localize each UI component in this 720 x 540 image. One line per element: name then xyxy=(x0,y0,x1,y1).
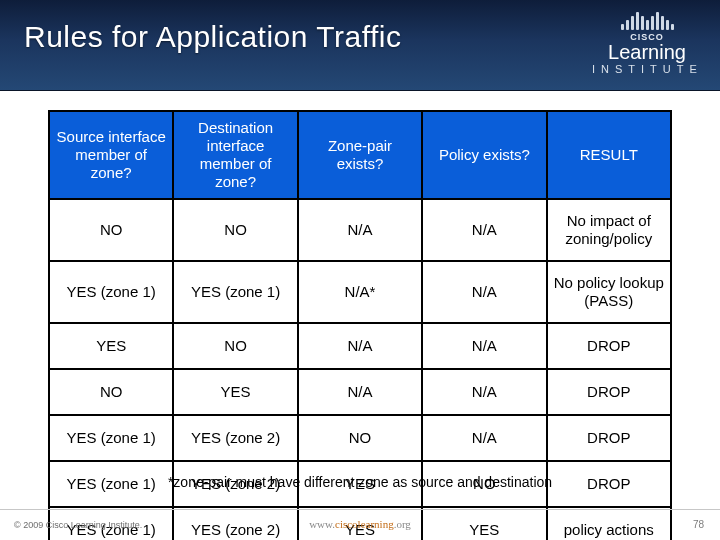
cell: YES (zone 1) xyxy=(49,415,173,461)
col-destination: Destination interface member of zone? xyxy=(173,111,297,199)
footer-divider xyxy=(0,509,720,510)
cell: NO xyxy=(298,415,422,461)
cell: N/A xyxy=(422,369,546,415)
cell: YES xyxy=(49,323,173,369)
url-prefix: www. xyxy=(309,518,335,530)
table-row: NO YES N/A N/A DROP xyxy=(49,369,671,415)
url-main: ciscolearning xyxy=(335,518,394,530)
table-row: YES (zone 1) YES (zone 2) NO N/A DROP xyxy=(49,415,671,461)
cell: NO xyxy=(173,323,297,369)
cisco-bars-icon xyxy=(592,10,702,30)
cell: NO xyxy=(49,369,173,415)
cell: DROP xyxy=(547,415,671,461)
cell: N/A xyxy=(422,415,546,461)
page-title: Rules for Application Traffic xyxy=(24,20,401,54)
cell: DROP xyxy=(547,369,671,415)
page-number: 78 xyxy=(693,519,704,530)
col-source: Source interface member of zone? xyxy=(49,111,173,199)
cell: NO xyxy=(173,199,297,261)
cell: N/A xyxy=(298,199,422,261)
slide: Rules for Application Traffic CISCO Lear… xyxy=(0,0,720,540)
table-row: NO NO N/A N/A No impact of zoning/policy xyxy=(49,199,671,261)
table-row: YES (zone 1) YES (zone 1) N/A* N/A No po… xyxy=(49,261,671,323)
footnote: *zone-pair must have different zone as s… xyxy=(0,474,720,490)
table-row: YES NO N/A N/A DROP xyxy=(49,323,671,369)
cell: No impact of zoning/policy xyxy=(547,199,671,261)
logo-line1: Learning xyxy=(592,42,702,62)
cell: YES (zone 1) xyxy=(173,261,297,323)
title-band: Rules for Application Traffic CISCO Lear… xyxy=(0,0,720,91)
logo-line2: INSTITUTE xyxy=(592,63,702,75)
footer-url: www.ciscolearning.org xyxy=(0,518,720,530)
cell: N/A xyxy=(422,261,546,323)
cell: N/A xyxy=(298,323,422,369)
table-header-row: Source interface member of zone? Destina… xyxy=(49,111,671,199)
cell: No policy lookup (PASS) xyxy=(547,261,671,323)
cell: N/A* xyxy=(298,261,422,323)
cell: YES xyxy=(173,369,297,415)
url-suffix: .org xyxy=(394,518,411,530)
cell: N/A xyxy=(422,199,546,261)
col-zonepair: Zone-pair exists? xyxy=(298,111,422,199)
cell: DROP xyxy=(547,323,671,369)
cell: YES (zone 2) xyxy=(173,415,297,461)
cell: N/A xyxy=(298,369,422,415)
col-result: RESULT xyxy=(547,111,671,199)
brand-logo: CISCO Learning INSTITUTE xyxy=(592,10,702,78)
cell: YES (zone 1) xyxy=(49,261,173,323)
cell: NO xyxy=(49,199,173,261)
cell: N/A xyxy=(422,323,546,369)
col-policy: Policy exists? xyxy=(422,111,546,199)
